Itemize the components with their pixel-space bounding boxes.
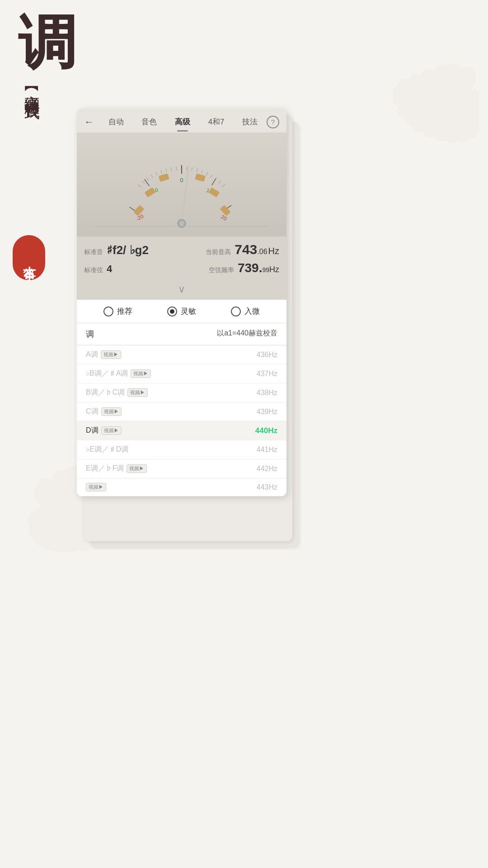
- open-freq-decimal: 99: [262, 266, 269, 274]
- svg-line-30: [219, 181, 221, 184]
- row-key: ♭E调／♯D调: [86, 445, 128, 454]
- open-string-label: 空弦频率: [209, 266, 234, 274]
- sensitivity-fine[interactable]: 入微: [231, 306, 260, 316]
- instrument-badge: 古筝: [13, 235, 45, 280]
- svg-line-25: [197, 169, 197, 172]
- table-row[interactable]: E调／♭F调 视频▶ 442Hz: [77, 459, 286, 478]
- key-frequency-table: A调 视频▶ 436Hz ♭B调／♯A调 视频▶ 437Hz B调／♭C调 视频…: [77, 345, 286, 496]
- standard-string-label: 标准弦: [84, 266, 103, 274]
- current-freq-decimal: .06: [257, 248, 267, 256]
- row-key: E调／♭F调 视频▶: [86, 464, 147, 473]
- svg-rect-37: [159, 174, 169, 182]
- radio-fine[interactable]: [231, 307, 241, 316]
- video-badge[interactable]: 视频▶: [86, 483, 106, 491]
- svg-point-34: [179, 221, 184, 226]
- gauge-container: 0 -10 -20 -30 10: [81, 142, 282, 232]
- tab-auto[interactable]: 自动: [106, 115, 127, 129]
- tab-advanced[interactable]: 高级: [172, 115, 193, 129]
- row-key: 视频▶: [86, 483, 106, 491]
- svg-text:0: 0: [180, 177, 183, 184]
- svg-line-32: [182, 166, 188, 223]
- sensitivity-recommended-label: 推荐: [117, 306, 132, 316]
- svg-line-23: [187, 167, 187, 171]
- help-button[interactable]: ?: [267, 116, 279, 128]
- svg-line-20: [146, 178, 149, 181]
- svg-line-27: [206, 172, 208, 176]
- table-row[interactable]: 视频▶ 443Hz: [77, 478, 286, 496]
- sensitivity-sensitive-label: 灵敏: [181, 306, 196, 316]
- tuner-info: 标准音 ♯f2/ ♭g2 当前音高 743.06Hz 标准弦 4 空弦频率 73…: [77, 236, 286, 279]
- video-badge[interactable]: 视频▶: [131, 369, 151, 378]
- row-freq: 443Hz: [257, 483, 277, 491]
- row-key: A调 视频▶: [86, 350, 121, 359]
- svg-line-29: [215, 178, 217, 181]
- row-freq: 436Hz: [257, 351, 277, 359]
- svg-line-2: [145, 179, 150, 187]
- current-note-row: 标准音 ♯f2/ ♭g2 当前音高 743.06Hz: [84, 242, 279, 257]
- chevron-down-icon: ∨: [178, 283, 185, 295]
- standard-string-value: 4: [107, 263, 112, 275]
- svg-rect-40: [195, 174, 206, 182]
- tab-timbre[interactable]: 音色: [139, 115, 160, 129]
- svg-line-17: [161, 170, 162, 174]
- standard-note-label: 标准音: [84, 248, 103, 256]
- sensitivity-fine-label: 入微: [244, 306, 260, 316]
- svg-line-19: [151, 175, 153, 178]
- table-row-active[interactable]: D调 视频▶ 440Hz: [77, 421, 286, 440]
- svg-line-24: [192, 167, 192, 171]
- video-badge[interactable]: 视频▶: [127, 464, 147, 473]
- gauge-svg: 0 -10 -20 -30 10: [81, 142, 282, 232]
- row-freq-active: 440Hz: [255, 426, 277, 435]
- row-freq: 438Hz: [257, 389, 277, 397]
- svg-line-18: [156, 172, 158, 176]
- row-freq: 437Hz: [257, 370, 277, 378]
- video-badge[interactable]: 视频▶: [127, 388, 148, 397]
- open-string-row: 标准弦 4 空弦频率 739.99Hz: [84, 261, 279, 275]
- expand-row[interactable]: ∨: [77, 279, 286, 300]
- nav-bar: ← 自动 音色 高级 4和7 技法 ?: [77, 108, 286, 132]
- table-header-key-label: 调: [86, 329, 94, 340]
- page-title-character: 调: [18, 14, 77, 72]
- row-freq: 439Hz: [257, 408, 277, 416]
- row-key: ♭B调／♯A调 视频▶: [86, 369, 151, 378]
- svg-line-31: [222, 184, 225, 187]
- video-badge[interactable]: 视频▶: [101, 426, 122, 435]
- tuner-gauge-area: 0 -10 -20 -30 10: [77, 132, 286, 236]
- table-row[interactable]: C调 视频▶ 439Hz: [77, 402, 286, 421]
- table-row[interactable]: ♭E调／♯D调 441Hz: [77, 440, 286, 459]
- radio-sensitive[interactable]: [167, 307, 177, 316]
- svg-line-22: [138, 184, 141, 187]
- video-badge[interactable]: 视频▶: [101, 407, 122, 416]
- nav-tabs: 自动 音色 高级 4和7 技法: [99, 115, 267, 129]
- svg-line-26: [202, 170, 203, 174]
- table-row[interactable]: A调 视频▶ 436Hz: [77, 345, 286, 364]
- table-row[interactable]: B调／♭C调 视频▶ 438Hz: [77, 383, 286, 402]
- row-key: D调 视频▶: [86, 426, 122, 435]
- current-freq-value: 743: [235, 242, 257, 257]
- row-key: B调／♭C调 视频▶: [86, 388, 148, 397]
- radio-recommended[interactable]: [103, 307, 113, 316]
- svg-line-15: [171, 167, 171, 171]
- standard-note-value: ♯f2/ ♭g2: [107, 243, 149, 257]
- svg-line-8: [212, 178, 216, 186]
- cloud-decoration-top: [389, 63, 479, 145]
- main-card: ← 自动 音色 高级 4和7 技法 ?: [77, 108, 286, 496]
- current-freq-unit: Hz: [268, 246, 279, 256]
- open-freq-value: 739.: [238, 261, 263, 275]
- sensitivity-recommended[interactable]: 推荐: [103, 306, 132, 316]
- video-badge[interactable]: 视频▶: [101, 350, 121, 359]
- table-header-freq-label: 以a1=440赫兹校音: [217, 329, 277, 340]
- back-button[interactable]: ←: [84, 116, 94, 128]
- tab-technique[interactable]: 技法: [239, 115, 260, 129]
- tab-4and7[interactable]: 4和7: [206, 115, 227, 129]
- current-pitch-label: 当前音高: [206, 248, 231, 256]
- row-freq: 442Hz: [257, 465, 277, 473]
- sensitivity-row: 推荐 灵敏 入微: [77, 300, 286, 323]
- sensitivity-sensitive[interactable]: 灵敏: [167, 306, 196, 316]
- svg-line-16: [166, 169, 167, 172]
- svg-line-28: [211, 175, 212, 178]
- svg-line-14: [176, 167, 177, 171]
- table-row[interactable]: ♭B调／♯A调 视频▶ 437Hz: [77, 364, 286, 383]
- card-stack: ← 自动 音色 高级 4和7 技法 ?: [77, 108, 294, 496]
- row-freq: 441Hz: [257, 446, 277, 454]
